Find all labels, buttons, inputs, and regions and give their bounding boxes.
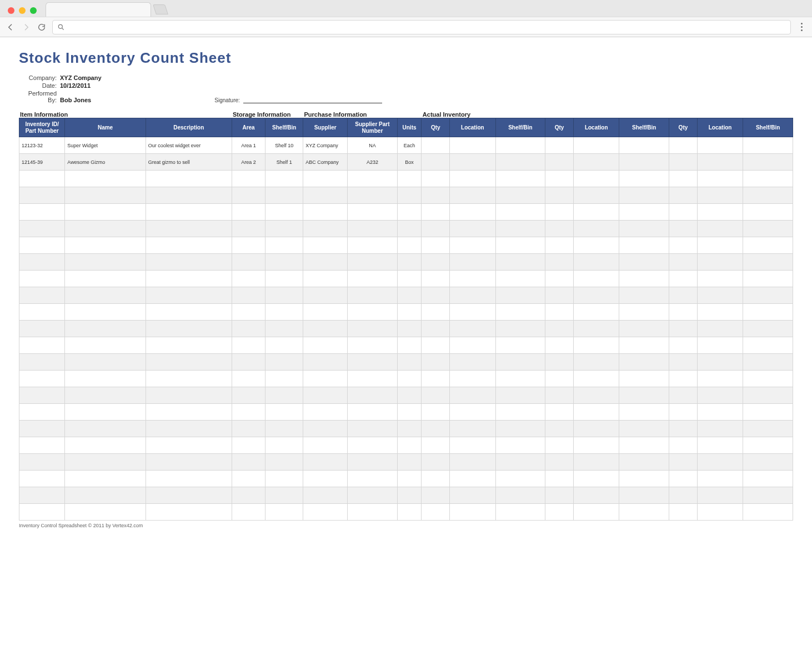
table-cell[interactable] <box>265 321 303 337</box>
table-cell[interactable] <box>697 437 743 454</box>
table-cell[interactable] <box>669 371 698 387</box>
table-cell[interactable] <box>397 421 422 437</box>
table-cell[interactable] <box>348 237 398 254</box>
table-cell[interactable] <box>303 337 348 354</box>
table-cell[interactable] <box>348 487 398 504</box>
table-cell[interactable] <box>669 187 698 204</box>
table-cell[interactable] <box>348 437 398 454</box>
table-cell[interactable] <box>19 271 65 287</box>
table-cell[interactable]: Great gizmo to sell <box>146 154 232 171</box>
table-cell[interactable] <box>146 371 232 387</box>
table-cell[interactable] <box>265 371 303 387</box>
table-cell[interactable] <box>265 187 303 204</box>
table-cell[interactable] <box>348 171 398 187</box>
table-cell[interactable] <box>397 471 422 487</box>
table-cell[interactable] <box>669 471 698 487</box>
table-cell[interactable] <box>265 337 303 354</box>
new-tab-button[interactable] <box>153 4 168 14</box>
table-cell[interactable] <box>65 487 146 504</box>
table-cell[interactable] <box>545 137 574 154</box>
maximize-window-button[interactable] <box>30 7 37 14</box>
close-window-button[interactable] <box>8 7 14 14</box>
table-cell[interactable] <box>669 287 698 304</box>
table-cell[interactable] <box>450 471 495 487</box>
table-cell[interactable] <box>303 321 348 337</box>
table-cell[interactable] <box>146 337 232 354</box>
table-cell[interactable] <box>697 137 743 154</box>
table-cell[interactable] <box>450 504 495 521</box>
table-cell[interactable]: Awesome Gizmo <box>65 154 146 171</box>
table-cell[interactable] <box>495 337 545 354</box>
table-cell[interactable] <box>743 171 793 187</box>
table-cell[interactable] <box>545 171 574 187</box>
table-cell[interactable] <box>422 371 450 387</box>
table-cell[interactable] <box>669 421 698 437</box>
table-cell[interactable] <box>348 371 398 387</box>
table-cell[interactable] <box>232 454 265 471</box>
table-cell[interactable] <box>422 404 450 421</box>
table-cell[interactable] <box>265 421 303 437</box>
table-cell[interactable] <box>232 504 265 521</box>
table-cell[interactable] <box>65 171 146 187</box>
table-cell[interactable] <box>19 471 65 487</box>
table-cell[interactable] <box>574 437 619 454</box>
table-cell[interactable] <box>146 487 232 504</box>
table-cell[interactable] <box>348 404 398 421</box>
table-cell[interactable] <box>450 221 495 237</box>
table-cell[interactable] <box>450 154 495 171</box>
table-cell[interactable] <box>65 371 146 387</box>
table-cell[interactable] <box>65 237 146 254</box>
table-cell[interactable] <box>19 371 65 387</box>
table-cell[interactable] <box>422 137 450 154</box>
table-cell[interactable] <box>743 204 793 221</box>
table-cell[interactable] <box>697 237 743 254</box>
table-cell[interactable] <box>19 337 65 354</box>
table-cell[interactable] <box>146 321 232 337</box>
table-cell[interactable] <box>697 254 743 271</box>
table-cell[interactable] <box>265 237 303 254</box>
table-cell[interactable] <box>669 204 698 221</box>
table-cell[interactable] <box>397 454 422 471</box>
table-cell[interactable] <box>348 471 398 487</box>
table-cell[interactable] <box>265 221 303 237</box>
table-cell[interactable] <box>146 387 232 404</box>
table-cell[interactable] <box>450 371 495 387</box>
table-cell[interactable] <box>545 437 574 454</box>
table-cell[interactable] <box>265 504 303 521</box>
table-cell[interactable] <box>574 187 619 204</box>
table-cell[interactable] <box>743 321 793 337</box>
table-cell[interactable] <box>232 304 265 321</box>
table-cell[interactable] <box>232 337 265 354</box>
table-cell[interactable] <box>19 421 65 437</box>
table-cell[interactable] <box>495 254 545 271</box>
table-cell[interactable] <box>574 337 619 354</box>
table-cell[interactable] <box>619 471 669 487</box>
table-cell[interactable] <box>619 371 669 387</box>
table-cell[interactable] <box>574 271 619 287</box>
table-cell[interactable] <box>65 337 146 354</box>
table-cell[interactable] <box>450 321 495 337</box>
table-cell[interactable] <box>232 371 265 387</box>
table-cell[interactable] <box>545 204 574 221</box>
table-cell[interactable] <box>545 404 574 421</box>
table-cell[interactable] <box>619 337 669 354</box>
table-cell[interactable] <box>232 221 265 237</box>
table-cell[interactable] <box>19 254 65 271</box>
table-cell[interactable] <box>495 237 545 254</box>
table-cell[interactable] <box>697 204 743 221</box>
table-cell[interactable] <box>146 204 232 221</box>
table-cell[interactable]: A232 <box>348 154 398 171</box>
table-cell[interactable] <box>545 371 574 387</box>
table-cell[interactable] <box>19 504 65 521</box>
table-cell[interactable] <box>422 237 450 254</box>
table-cell[interactable] <box>146 187 232 204</box>
table-cell[interactable] <box>669 237 698 254</box>
table-cell[interactable] <box>574 387 619 404</box>
table-cell[interactable] <box>495 471 545 487</box>
table-cell[interactable] <box>265 487 303 504</box>
table-cell[interactable] <box>697 287 743 304</box>
table-cell[interactable] <box>743 354 793 371</box>
table-cell[interactable] <box>65 471 146 487</box>
table-cell[interactable] <box>265 387 303 404</box>
table-cell[interactable] <box>232 421 265 437</box>
